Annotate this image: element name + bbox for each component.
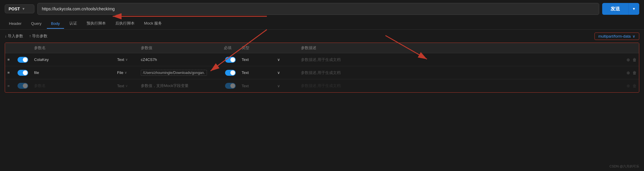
send-btn-group: 发送 ▼ bbox=[602, 3, 639, 15]
drag-handle-1[interactable]: ≡ bbox=[5, 57, 14, 62]
param-type-1: Text bbox=[239, 57, 275, 62]
required-toggle-2[interactable] bbox=[221, 70, 239, 76]
param-type-2: Text bbox=[239, 70, 275, 75]
nav-tabs: Header Query Body 认证 预执行脚本 后执行脚本 Mock 服务 bbox=[0, 18, 644, 30]
table-row: ≡ 参数名 Text ∨ 参数值，支持Mock字段变量 Text ∨ 参数描述,… bbox=[5, 79, 639, 92]
name-type-select-2[interactable]: File ∨ bbox=[117, 70, 127, 75]
footer-text: CSDN @六月的可乐 bbox=[610, 164, 639, 168]
param-desc-3: 参数描述,用于生成文档 bbox=[299, 83, 621, 88]
col-name-type bbox=[115, 45, 138, 51]
param-name-1[interactable]: ColaKey bbox=[32, 57, 115, 62]
format-select[interactable]: multipart/form-data ∨ bbox=[594, 33, 639, 40]
param-value-2[interactable]: /Users/zhoumingle/Downloads/gongan. bbox=[138, 70, 221, 76]
table-row: ≡ ColaKey Text ∨ cZ4CS7h Text ∨ 参数描述,用于生… bbox=[5, 53, 639, 66]
row-toggle-2[interactable] bbox=[17, 70, 28, 76]
row-actions-1: ⊕ 🗑 bbox=[621, 57, 639, 62]
send-button[interactable]: 发送 bbox=[602, 3, 628, 15]
send-btn-dropdown[interactable]: ▼ bbox=[628, 3, 639, 15]
col-param-value: 参数值 bbox=[138, 45, 221, 51]
type-chevron-3[interactable]: ∨ bbox=[275, 84, 299, 88]
drag-handle-2[interactable]: ≡ bbox=[5, 70, 14, 75]
col-enabled bbox=[14, 45, 32, 51]
name-type-1[interactable]: Text ∨ bbox=[115, 57, 138, 62]
row-actions-3: ⊕ 🗑 bbox=[621, 83, 639, 88]
params-table: 参数名 参数值 必填 类型 参数描述 ≡ ColaKey Text bbox=[5, 43, 639, 93]
delete-icon-3[interactable]: 🗑 bbox=[632, 83, 637, 88]
tab-pre-script[interactable]: 预执行脚本 bbox=[82, 18, 110, 29]
body-section: ↓ 导入参数 ↑ 导出参数 multipart/form-data ∨ bbox=[0, 30, 644, 43]
copy-icon-3[interactable]: ⊕ bbox=[627, 83, 630, 88]
method-chevron: ▼ bbox=[22, 7, 25, 11]
param-value-3[interactable]: 参数值，支持Mock字段变量 bbox=[138, 83, 221, 88]
toggle-3[interactable] bbox=[14, 83, 32, 89]
col-actions bbox=[621, 45, 639, 51]
param-type-3: Text bbox=[239, 84, 275, 88]
method-select[interactable]: POST ▼ bbox=[5, 4, 34, 13]
required-toggle-el-3[interactable] bbox=[225, 83, 236, 89]
type-chevron-1[interactable]: ∨ bbox=[275, 57, 299, 62]
tab-header[interactable]: Header bbox=[5, 19, 26, 29]
name-type-select-1[interactable]: Text ∨ bbox=[117, 57, 128, 62]
col-type: 类型 bbox=[239, 45, 275, 51]
row-toggle-1[interactable] bbox=[17, 57, 28, 63]
format-label: multipart/form-data bbox=[598, 34, 631, 38]
col-param-name: 参数名 bbox=[32, 45, 115, 51]
drag-handle-3[interactable]: ≡ bbox=[5, 84, 14, 88]
import-params-btn[interactable]: ↓ 导入参数 bbox=[5, 33, 23, 39]
toggle-2[interactable] bbox=[14, 70, 32, 76]
row-toggle-3[interactable] bbox=[17, 83, 28, 89]
col-drag bbox=[5, 45, 14, 51]
delete-icon-1[interactable]: 🗑 bbox=[632, 57, 637, 62]
col-required: 必填 bbox=[221, 45, 239, 51]
tab-post-script[interactable]: 后执行脚本 bbox=[111, 18, 139, 29]
param-value-1[interactable]: cZ4CS7h bbox=[138, 57, 221, 62]
row-actions-2: ⊕ 🗑 bbox=[621, 70, 639, 75]
table-row: ≡ file File ∨ /Users/zhoumingle/Download… bbox=[5, 66, 639, 79]
col-desc: 参数描述 bbox=[299, 45, 621, 51]
footer: CSDN @六月的可乐 bbox=[610, 164, 639, 169]
tab-auth[interactable]: 认证 bbox=[65, 18, 81, 29]
param-name-2[interactable]: file bbox=[32, 70, 115, 75]
param-name-3[interactable]: 参数名 bbox=[32, 83, 115, 88]
tab-mock[interactable]: Mock 服务 bbox=[140, 18, 166, 29]
copy-icon-1[interactable]: ⊕ bbox=[627, 57, 630, 62]
format-chevron: ∨ bbox=[632, 34, 635, 38]
type-chevron-2[interactable]: ∨ bbox=[275, 70, 299, 75]
url-value: https://luckycola.com.cn/tools/checkImg bbox=[42, 7, 115, 11]
toggle-1[interactable] bbox=[14, 57, 32, 63]
name-type-3[interactable]: Text ∨ bbox=[115, 84, 138, 88]
required-toggle-3[interactable] bbox=[221, 83, 239, 89]
send-chevron: ▼ bbox=[632, 7, 636, 11]
required-toggle-1[interactable] bbox=[221, 57, 239, 63]
col-type-chevron bbox=[275, 45, 299, 51]
param-desc-1[interactable]: 参数描述,用于生成文档 bbox=[299, 57, 621, 62]
tab-query[interactable]: Query bbox=[27, 19, 46, 29]
param-desc-2[interactable]: 参数描述,用于生成文档 bbox=[299, 70, 621, 75]
top-bar: POST ▼ https://luckycola.com.cn/tools/ch… bbox=[0, 0, 644, 18]
export-params-btn[interactable]: ↑ 导出参数 bbox=[29, 33, 47, 39]
body-actions: ↓ 导入参数 ↑ 导出参数 bbox=[5, 33, 47, 39]
required-toggle-el-2[interactable] bbox=[225, 70, 236, 76]
name-type-select-3[interactable]: Text ∨ bbox=[117, 84, 128, 88]
method-value: POST bbox=[9, 7, 20, 11]
table-header: 参数名 参数值 必填 类型 参数描述 bbox=[5, 43, 639, 53]
url-input[interactable]: https://luckycola.com.cn/tools/checkImg bbox=[37, 3, 599, 15]
tab-body[interactable]: Body bbox=[47, 19, 64, 29]
delete-icon-2[interactable]: 🗑 bbox=[632, 70, 637, 75]
name-type-2[interactable]: File ∨ bbox=[115, 70, 138, 75]
copy-icon-2[interactable]: ⊕ bbox=[627, 70, 630, 75]
required-toggle-el-1[interactable] bbox=[225, 57, 236, 63]
